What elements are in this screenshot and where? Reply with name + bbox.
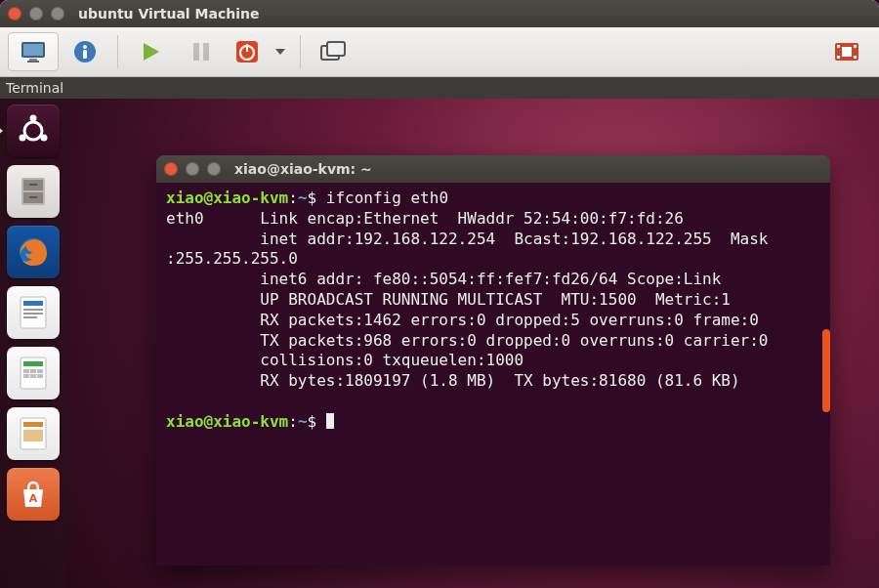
svg-rect-35 xyxy=(23,316,37,318)
document-impress-icon xyxy=(17,415,50,452)
terminal-maximize-button[interactable] xyxy=(207,162,221,176)
output-line: :255.255.255.0 xyxy=(166,249,298,268)
terminal-scrollbar[interactable] xyxy=(822,329,830,412)
command-text: ifconfig eth0 xyxy=(326,189,448,207)
prompt-host: xiao-kvm xyxy=(213,189,288,207)
svg-rect-38 xyxy=(23,369,29,373)
svg-rect-43 xyxy=(37,374,43,378)
terminal-titlebar[interactable]: xiao@xiao-kvm: ~ xyxy=(156,155,830,183)
output-line: collisions:0 txqueuelen:1000 xyxy=(166,351,523,369)
svg-rect-42 xyxy=(30,374,36,378)
vm-maximize-button[interactable] xyxy=(51,7,64,21)
pause-icon xyxy=(190,41,212,63)
output-line: inet6 addr: fe80::5054:ff:fef7:fd26/64 S… xyxy=(166,270,721,288)
caret-down-icon xyxy=(275,49,285,55)
svg-text:A: A xyxy=(29,492,38,505)
svg-rect-14 xyxy=(327,42,345,56)
menubar-app-label[interactable]: Terminal xyxy=(6,80,63,96)
vm-close-button[interactable] xyxy=(8,7,21,21)
svg-point-24 xyxy=(41,135,48,142)
svg-rect-41 xyxy=(23,374,29,378)
svg-rect-1 xyxy=(23,44,43,56)
svg-point-23 xyxy=(20,135,26,142)
svg-point-5 xyxy=(83,45,87,49)
info-icon xyxy=(72,39,98,64)
svg-rect-16 xyxy=(837,45,840,48)
toolbar-separator xyxy=(117,35,118,68)
file-cabinet-icon xyxy=(16,174,51,209)
svg-rect-34 xyxy=(23,313,43,315)
vm-menubar[interactable]: Terminal xyxy=(0,77,879,99)
output-line: RX bytes:1809197 (1.8 MB) TX bytes:81680… xyxy=(166,371,740,390)
svg-rect-17 xyxy=(854,45,857,48)
vm-minimize-button[interactable] xyxy=(29,7,43,21)
launcher-firefox[interactable] xyxy=(7,226,60,278)
play-button[interactable] xyxy=(126,33,175,70)
terminal-body[interactable]: xiao@xiao-kvm:~$ ifconfig eth0 eth0 Link… xyxy=(156,183,830,566)
toolbar-separator-2 xyxy=(300,35,301,68)
svg-rect-2 xyxy=(29,59,37,61)
ubuntu-logo-icon xyxy=(16,113,51,148)
terminal-close-button[interactable] xyxy=(164,162,178,176)
svg-point-22 xyxy=(30,115,37,122)
launcher-files[interactable] xyxy=(7,165,60,218)
power-button[interactable] xyxy=(228,33,267,70)
launcher-writer[interactable] xyxy=(7,286,60,339)
monitor-button[interactable] xyxy=(8,32,59,71)
svg-rect-8 xyxy=(193,43,199,61)
fullscreen-button[interactable] xyxy=(309,33,357,70)
svg-rect-33 xyxy=(23,309,43,311)
terminal-window[interactable]: xiao@xiao-kvm: ~ xiao@xiao-kvm:~$ ifconf… xyxy=(156,155,830,566)
launcher-software[interactable]: A xyxy=(7,468,60,521)
svg-marker-7 xyxy=(144,43,159,61)
prompt-user: xiao xyxy=(166,412,204,431)
launcher-impress[interactable] xyxy=(7,407,60,460)
output-line: inet addr:192.168.122.254 Bcast:192.168.… xyxy=(166,230,769,248)
power-dropdown[interactable] xyxy=(269,33,292,70)
prompt-path: ~ xyxy=(298,189,308,207)
document-calc-icon xyxy=(17,355,50,392)
launcher: A xyxy=(0,99,66,588)
pause-button[interactable] xyxy=(177,33,226,70)
terminal-title: xiao@xiao-kvm: ~ xyxy=(234,161,372,177)
launcher-calc[interactable] xyxy=(7,347,60,399)
prompt-host: xiao-kvm xyxy=(213,412,288,431)
shopping-bag-icon: A xyxy=(17,478,50,511)
svg-rect-32 xyxy=(23,301,43,306)
svg-rect-46 xyxy=(23,430,43,441)
svg-rect-20 xyxy=(842,47,852,57)
monitor-icon xyxy=(20,40,47,63)
terminal-minimize-button[interactable] xyxy=(186,162,199,176)
svg-rect-6 xyxy=(83,50,87,59)
film-icon xyxy=(834,42,859,62)
svg-rect-39 xyxy=(30,369,36,373)
launcher-dash[interactable] xyxy=(7,105,60,157)
svg-rect-29 xyxy=(29,196,37,198)
output-line: UP BROADCAST RUNNING MULTICAST MTU:1500 … xyxy=(166,290,731,309)
guest-desktop[interactable]: A xiao@xiao-kvm: ~ xiao@xiao-kvm:~$ ifco… xyxy=(0,99,879,588)
vm-title: ubuntu Virtual Machine xyxy=(78,6,259,21)
prompt-path: ~ xyxy=(298,412,308,431)
output-line: RX packets:1462 errors:0 dropped:5 overr… xyxy=(166,311,759,329)
svg-point-21 xyxy=(24,122,42,140)
power-icon xyxy=(235,40,259,63)
output-line: eth0 Link encap:Ethernet HWaddr 52:54:00… xyxy=(166,209,684,228)
svg-rect-19 xyxy=(854,56,857,59)
svg-rect-45 xyxy=(23,422,43,427)
svg-rect-12 xyxy=(246,44,248,52)
cursor xyxy=(326,413,334,429)
svg-rect-3 xyxy=(27,61,39,63)
document-writer-icon xyxy=(17,294,50,331)
svg-rect-18 xyxy=(837,56,840,59)
output-line: TX packets:968 errors:0 dropped:0 overru… xyxy=(166,331,769,350)
info-button[interactable] xyxy=(61,33,109,70)
multi-window-icon xyxy=(320,41,346,63)
prompt-user: xiao xyxy=(166,189,204,207)
vm-window: ubuntu Virtual Machine xyxy=(0,0,879,588)
vm-titlebar[interactable]: ubuntu Virtual Machine xyxy=(0,0,879,27)
svg-rect-37 xyxy=(23,361,43,366)
firefox-icon xyxy=(14,232,53,272)
vm-toolbar xyxy=(0,27,879,77)
screenshot-button[interactable] xyxy=(822,33,871,70)
play-icon xyxy=(139,40,162,63)
